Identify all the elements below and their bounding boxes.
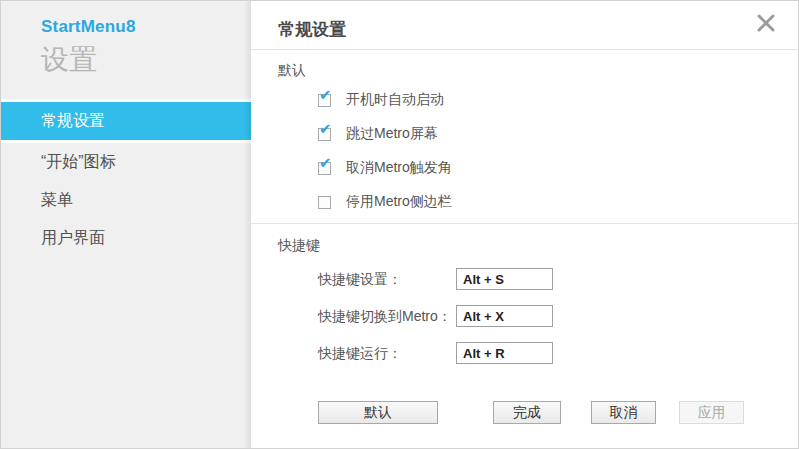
checkbox-disable-hot-corner[interactable]: ✔: [318, 162, 331, 175]
checkbox-label: 开机时自动启动: [346, 91, 444, 109]
hotkey-row-run: 快捷键运行：: [318, 342, 402, 364]
checkbox-label: 跳过Metro屏幕: [346, 125, 438, 143]
cancel-button[interactable]: 取消: [591, 401, 656, 424]
app-title: StartMenu8: [41, 17, 251, 37]
startmenu8-settings-window: StartMenu8 设置 常规设置 “开始”图标 菜单 用户界面 常规设置 默…: [0, 0, 799, 449]
hotkey-row-switch-metro: 快捷键切换到Metro：: [318, 305, 452, 327]
page-title: 常规设置: [278, 18, 346, 41]
section-label-hotkeys: 快捷键: [278, 237, 320, 255]
section-divider: [251, 223, 798, 224]
sidebar-item-menu[interactable]: 菜单: [1, 181, 251, 219]
hotkey-input-switch-metro[interactable]: [456, 305, 553, 327]
sidebar-item-user-interface[interactable]: 用户界面: [1, 219, 251, 257]
check-icon: ✔: [319, 156, 332, 171]
checkbox-row-disable-hot-corner[interactable]: ✔ 取消Metro触发角: [318, 158, 452, 178]
hotkey-row-settings: 快捷键设置：: [318, 268, 402, 290]
default-button[interactable]: 默认: [318, 401, 438, 424]
hotkey-input-run[interactable]: [456, 342, 553, 364]
close-icon[interactable]: [755, 12, 777, 34]
content-panel: 常规设置 默认 ✔ 开机时自动启动 ✔ 跳过Metro屏幕 ✔ 取消Metro触…: [251, 1, 798, 448]
check-icon: ✔: [319, 122, 332, 137]
checkbox-skip-metro[interactable]: ✔: [318, 128, 331, 141]
app-subtitle: 设置: [41, 41, 251, 79]
sidebar-item-start-icon[interactable]: “开始”图标: [1, 143, 251, 181]
brand: StartMenu8 设置: [1, 1, 251, 79]
sidebar-item-general-settings[interactable]: 常规设置: [1, 99, 251, 143]
header-divider: [251, 49, 798, 50]
section-label-defaults: 默认: [278, 62, 306, 80]
checkbox-label: 停用Metro侧边栏: [346, 193, 452, 211]
hotkey-label-run: 快捷键运行：: [318, 345, 402, 361]
hotkey-label-settings: 快捷键设置：: [318, 271, 402, 287]
sidebar: StartMenu8 设置 常规设置 “开始”图标 菜单 用户界面: [1, 1, 251, 448]
hotkey-input-settings[interactable]: [456, 268, 553, 290]
checkbox-row-skip-metro[interactable]: ✔ 跳过Metro屏幕: [318, 124, 438, 144]
apply-button[interactable]: 应用: [679, 401, 744, 424]
checkbox-row-autostart[interactable]: ✔ 开机时自动启动: [318, 90, 444, 110]
hotkey-label-switch-metro: 快捷键切换到Metro：: [318, 308, 452, 324]
done-button[interactable]: 完成: [493, 401, 561, 424]
sidebar-nav: 常规设置 “开始”图标 菜单 用户界面: [1, 99, 251, 257]
checkbox-autostart[interactable]: ✔: [318, 94, 331, 107]
checkbox-row-disable-sidebar[interactable]: ✔ 停用Metro侧边栏: [318, 192, 452, 212]
checkbox-label: 取消Metro触发角: [346, 159, 452, 177]
checkbox-disable-sidebar[interactable]: ✔: [318, 196, 331, 209]
check-icon: ✔: [319, 88, 332, 103]
